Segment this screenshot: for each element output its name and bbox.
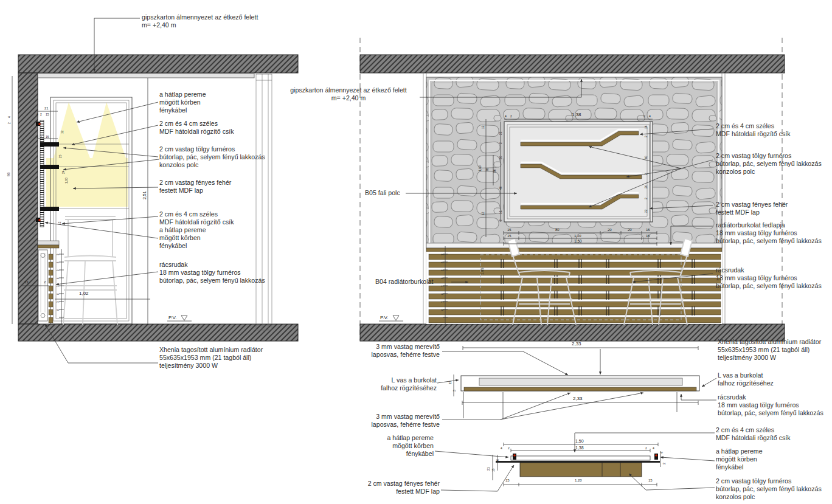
dim-label: 80 — [555, 228, 560, 232]
dim-label: 15 — [46, 135, 49, 139]
oak-shelf-note: 2 cm vastag tölgy furnéros bútorlap, pác… — [716, 477, 822, 501]
dim-label: 1,38 — [572, 112, 581, 117]
dim-label: 20 — [58, 154, 62, 158]
dim-label: 1,95 — [480, 268, 484, 275]
back-panel-plan — [511, 456, 650, 460]
dim-label: 2 — [499, 219, 502, 221]
grid-bars-note: rácsrudak 18 mm vastag tölgy furnéros bú… — [718, 393, 823, 417]
dim-label: 12 — [58, 221, 61, 225]
dim-label: 2,33 — [572, 341, 581, 347]
b04-label: B04 radiátorburkolat — [375, 278, 433, 286]
dim-label: 15 — [507, 228, 511, 232]
shelf-plan-wood — [520, 463, 642, 477]
dim-label: 22 — [644, 209, 648, 213]
oak-shelf-note: 2 cm vastag tölgy furnéros bútorlap, pác… — [716, 152, 822, 176]
dim-label: 20 — [608, 228, 612, 232]
mdf-strip-note: 2 cm és 4 cm széles MDF hátoldali rögzít… — [716, 122, 790, 138]
door-jamb — [256, 74, 272, 330]
grid-bars-note: rácsrudak 18 mm vastag tölgy furnéros bú… — [159, 261, 265, 285]
detail-shelf-plan — [496, 454, 660, 477]
dim-label: 40 — [499, 186, 502, 190]
dim-label: 2 — [508, 446, 510, 450]
right-elevation-view — [360, 38, 785, 341]
wall-section — [18, 73, 38, 324]
dim-label: 12 — [481, 125, 485, 129]
dim-label: 4 — [36, 135, 38, 139]
dim-label: 20 — [628, 228, 632, 232]
dim-label: 2 — [510, 114, 512, 118]
dim-label: 15 — [448, 381, 452, 384]
dim-label: 21 — [44, 106, 49, 110]
dim-label: 15 — [507, 234, 511, 238]
slat-plan — [464, 387, 696, 391]
dim-label: 4 — [660, 452, 664, 454]
dim-label: 6 — [57, 309, 60, 311]
backlight-note: a hátlap pereme mögött körben fénykábel — [159, 91, 206, 114]
dim-label: 1,38 — [575, 446, 584, 450]
dim-label: 3 — [57, 269, 60, 271]
cover-top-wood — [426, 248, 722, 252]
dim-label: 86 — [493, 169, 496, 173]
dim-label: 3 — [57, 301, 60, 303]
dim-label: 21 — [487, 467, 490, 471]
dim-label: 4 — [649, 114, 651, 118]
ceiling-slab — [360, 55, 785, 73]
suspended-ceiling — [38, 74, 254, 78]
radiator-plan — [479, 378, 682, 385]
dim-label: 4 — [501, 446, 502, 450]
radiator-note: Xhenia tagosított alumínium radiátor 55x… — [159, 346, 263, 370]
dim-label: 15 — [648, 478, 653, 482]
drawing-sheet: 21 4 2 15 4 2 15 12 20 24 1,00 12 4 2 86… — [0, 0, 832, 504]
dim-label: 2 — [645, 446, 647, 450]
grid-bars-note: rácsrudak 18 mm vastag tölgy furnéros bú… — [716, 266, 822, 290]
l-iron-note: L vas a burkolat falhoz rögzítéséhez — [350, 376, 437, 392]
b05-label: B05 fali polc — [365, 189, 400, 197]
oak-shelf-note: 2 cm vastag tölgy furnéros bútorlap, pác… — [159, 145, 265, 169]
dim-label: 2 — [644, 136, 648, 137]
b04-radiator-cover-slats — [429, 254, 721, 323]
white-mdf-note: 2 cm vastag fényes fehér festett MDF lap — [716, 201, 788, 216]
dim-label: 15 — [46, 112, 49, 116]
dim-label: 4 — [505, 114, 507, 118]
backlight-note: a hátlap pereme mögött körben fénykábel — [159, 226, 206, 250]
mdf-strip-note: 2 cm és 4 cm széles MDF hátoldali rögzít… — [159, 210, 234, 226]
front-panel-plan — [496, 461, 660, 463]
dim-label: 20 — [499, 156, 502, 159]
dim-label: 4 — [36, 112, 38, 116]
dim-label: 20 — [644, 185, 648, 188]
dim-label: 2,33 — [573, 396, 583, 401]
fiber-cable-dot — [38, 219, 41, 221]
dim-label: 4 — [7, 116, 11, 118]
dim-label: 15 — [646, 234, 650, 238]
l-iron-note: L vas a burkolat falhoz rögzítéséhez — [718, 371, 774, 387]
dim-label: 6 — [57, 277, 60, 279]
detail-cover-plan — [461, 376, 699, 391]
dim-label: 2 — [643, 114, 645, 118]
pv-label: P.V. — [380, 315, 388, 320]
ceiling-note: gipszkarton álmennyezet az étkező felett… — [142, 13, 276, 29]
mdf-strip-note: 2 cm és 4 cm széles MDF hátoldali rögzít… — [716, 426, 790, 442]
dim-label: 1,00 — [478, 165, 482, 171]
dim-label: 1,00 — [64, 178, 68, 184]
dim-label: 13 — [24, 280, 29, 284]
dim-label: 4 — [653, 446, 654, 450]
dim-label: 6 — [57, 261, 60, 263]
flat-iron-note: 3 mm vastag merevítő laposvas, fehérre f… — [350, 343, 440, 359]
dim-label: 2 — [499, 142, 502, 144]
dim-label: 2 — [662, 463, 666, 464]
dim-label: 6 — [496, 459, 499, 461]
dim-label: 22 — [499, 131, 502, 135]
fiber-cable-dot — [38, 123, 41, 125]
light-beams — [46, 102, 128, 207]
dim-label: 1,02 — [79, 291, 89, 296]
dim-label: 6 — [57, 293, 60, 295]
dim-label: 86 — [7, 172, 10, 176]
ceiling-note: gipszkarton álmennyezet az étkező felett… — [277, 86, 420, 102]
dim-label: 2 — [40, 135, 42, 139]
dim-label: 16 — [644, 125, 648, 129]
dim-label: 2 — [40, 112, 42, 116]
dim-label: 3 — [452, 390, 456, 392]
radiator-note: Xhenia tagosított alumínium radiátor 55x… — [718, 338, 821, 362]
cover-top-wood — [38, 245, 59, 248]
dim-label: 76 — [485, 168, 489, 171]
